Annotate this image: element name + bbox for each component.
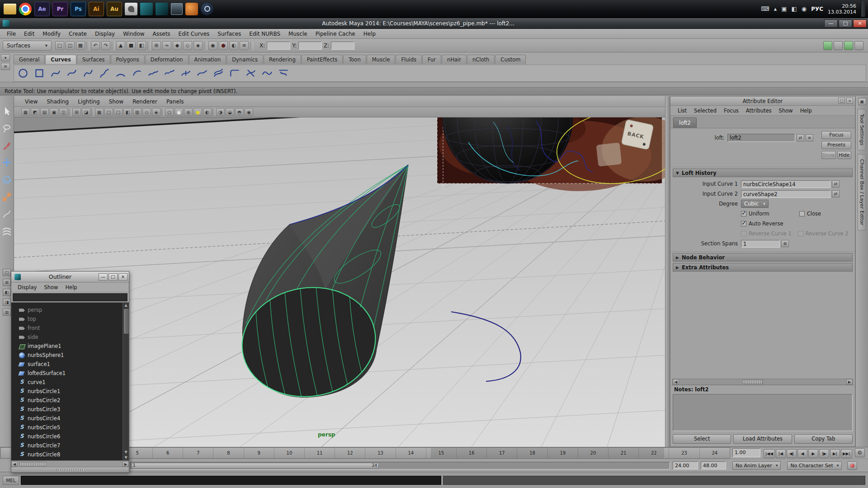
- scrollbar-thumb[interactable]: [19, 462, 47, 466]
- quick-layout-four-view-button[interactable]: ⊞: [3, 279, 11, 286]
- select-tool[interactable]: [0, 104, 13, 118]
- resolution-gate-icon[interactable]: □: [114, 108, 123, 116]
- app-icon-orange[interactable]: [185, 3, 198, 15]
- fillet-curve[interactable]: [227, 66, 242, 80]
- arc-3point-tool[interactable]: [113, 66, 128, 80]
- menu-set-dropdown[interactable]: Surfaces: [3, 41, 52, 51]
- play-backwards-button[interactable]: ◀: [797, 449, 807, 458]
- panel-menu-item[interactable]: View: [20, 99, 42, 105]
- grease-pencil-icon[interactable]: ◪: [82, 108, 90, 116]
- outliner-menu-item[interactable]: Display: [14, 284, 40, 291]
- field-chart-icon[interactable]: ▥: [133, 108, 142, 116]
- language-indicator[interactable]: РУС: [811, 6, 823, 12]
- close-button[interactable]: ×: [853, 19, 867, 28]
- toggle-modeling-toolkit-button[interactable]: [854, 41, 863, 50]
- shelf-tab[interactable]: Curves: [45, 55, 76, 64]
- sep[interactable]: [91, 108, 94, 116]
- shelf-tab[interactable]: Fur: [422, 55, 441, 64]
- quick-layout-single-button[interactable]: □: [3, 269, 11, 276]
- playback-end-field[interactable]: 24.00: [673, 461, 698, 469]
- use-all-lights-icon[interactable]: ●: [193, 108, 202, 116]
- shelf-tab[interactable]: General: [14, 55, 45, 64]
- snap-curve-icon[interactable]: ≈: [162, 41, 171, 50]
- scroll-right-icon[interactable]: ▶: [123, 461, 129, 467]
- section-loft-history[interactable]: ▼ Loft History: [673, 169, 853, 177]
- x-input[interactable]: [267, 42, 290, 50]
- keyboard-icon[interactable]: ⌨: [761, 5, 769, 12]
- safe-title-icon[interactable]: ◈: [152, 108, 160, 116]
- outliner-restore-button[interactable]: □: [108, 273, 118, 281]
- menu-item[interactable]: Edit: [20, 31, 38, 37]
- pencil-curve-tool[interactable]: [97, 66, 112, 80]
- outliner-menu-item[interactable]: Show: [40, 284, 61, 291]
- grid-icon[interactable]: ▦: [95, 108, 104, 116]
- ae-menu-item[interactable]: Focus: [720, 108, 742, 114]
- zbrush-icon[interactable]: [125, 3, 137, 15]
- outliner-item[interactable]: surface1: [11, 360, 122, 369]
- close-checkbox[interactable]: [799, 211, 805, 216]
- project-curve[interactable]: [276, 66, 291, 80]
- character-set-dropdown[interactable]: No Character Set: [787, 461, 842, 470]
- camera-attributes-icon[interactable]: ▤: [40, 108, 49, 116]
- shelf-tab[interactable]: Custom: [495, 55, 526, 64]
- input-connection-icon[interactable]: ⇄: [797, 134, 804, 141]
- ae-menu-item[interactable]: List: [674, 108, 690, 114]
- scrollbar-thumb[interactable]: [742, 380, 763, 384]
- ae-menu-item[interactable]: Show: [775, 108, 797, 114]
- uniform-checkbox[interactable]: [741, 211, 746, 216]
- outliner-item[interactable]: front: [11, 324, 122, 333]
- bookmark-icon[interactable]: ▣: [50, 108, 58, 116]
- select-camera-icon[interactable]: ▦: [21, 108, 30, 116]
- after-effects-icon[interactable]: Ae: [34, 2, 50, 16]
- toggle-attribute-editor-button[interactable]: [823, 41, 832, 50]
- shelf-tab[interactable]: nHair: [442, 55, 467, 64]
- menu-item[interactable]: Surfaces: [213, 31, 245, 37]
- toggle-channel-box-button[interactable]: [844, 41, 853, 50]
- maya-titlebar[interactable]: Autodesk Maya 2014: E:\Courses\MAYA\scen…: [0, 18, 868, 29]
- tray-flag-icon[interactable]: ◉: [802, 5, 807, 12]
- move-tool[interactable]: [0, 156, 13, 169]
- wireframe-icon[interactable]: ○: [165, 108, 174, 116]
- presets-button[interactable]: Presets: [821, 141, 851, 149]
- outliner-item[interactable]: persp: [11, 305, 122, 314]
- section-node-behavior[interactable]: ▶ Node Behavior: [673, 253, 853, 262]
- ae-float-button[interactable]: □: [838, 98, 845, 104]
- step-forward-frame-button[interactable]: ▶|: [830, 449, 840, 458]
- node-name-field[interactable]: loft2: [727, 134, 795, 142]
- panel-menu-item[interactable]: Show: [104, 99, 128, 105]
- go-to-start-button[interactable]: |◀◀: [764, 449, 775, 458]
- xray-icon[interactable]: ◓: [235, 108, 244, 116]
- quick-layout-two-stacked-button[interactable]: ◨: [3, 299, 11, 306]
- extend-curve[interactable]: [195, 66, 209, 80]
- photoshop-icon[interactable]: Ps: [71, 2, 86, 16]
- select-component-icon[interactable]: ◧: [137, 41, 146, 50]
- tray-network-icon[interactable]: ▣: [781, 5, 787, 12]
- menu-item[interactable]: Window: [119, 31, 148, 37]
- tray-expand-icon[interactable]: ▴: [774, 5, 777, 12]
- ae-footer-button[interactable]: Select: [673, 434, 731, 444]
- shelf-tab[interactable]: Deformation: [145, 55, 189, 64]
- step-back-frame-button[interactable]: |◀: [776, 449, 786, 458]
- outliner-item[interactable]: curve1: [11, 378, 122, 387]
- shelf-tab[interactable]: Animation: [189, 55, 226, 64]
- tray-volume-icon[interactable]: ◧: [792, 5, 797, 12]
- film-gate-icon[interactable]: □: [104, 108, 113, 116]
- section-extra-attributes[interactable]: ▶ Extra Attributes: [673, 263, 853, 272]
- open-scene-icon[interactable]: ◫: [66, 41, 75, 50]
- menu-item[interactable]: File: [3, 31, 20, 37]
- snap-point-icon[interactable]: ◆: [173, 41, 182, 50]
- ae-horizontal-scrollbar[interactable]: ◀ ▶: [672, 379, 853, 385]
- step-forward-key-button[interactable]: |▶: [819, 449, 829, 458]
- panel-splitter[interactable]: [665, 96, 670, 447]
- z-input[interactable]: [331, 42, 354, 50]
- anim-layer-dropdown[interactable]: No Anim Layer: [732, 461, 781, 470]
- construction-history-icon[interactable]: ◉: [208, 41, 217, 50]
- outliner-item[interactable]: nurbsSphere1: [11, 351, 122, 360]
- y-input[interactable]: [298, 42, 322, 50]
- degree-dropdown[interactable]: Cubic: [741, 200, 769, 208]
- sep[interactable]: [112, 42, 115, 50]
- outliner-titlebar[interactable]: Outliner — □ ×: [11, 272, 129, 282]
- range-bar[interactable]: 1 24: [131, 463, 379, 469]
- menu-item[interactable]: Muscle: [284, 31, 311, 37]
- sep[interactable]: [204, 42, 207, 50]
